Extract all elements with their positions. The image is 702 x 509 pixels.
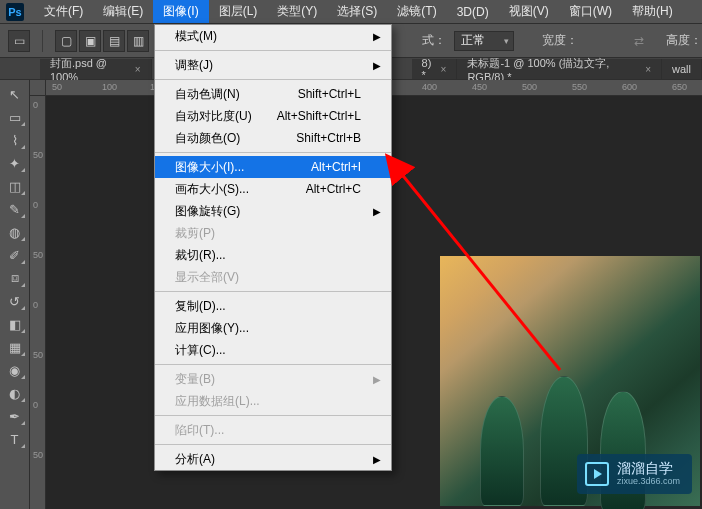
menu-edit[interactable]: 编辑(E) [93, 0, 153, 23]
menu-image-rotation[interactable]: 图像旋转(G)▶ [155, 200, 391, 222]
ruler-vertical[interactable]: 0 50 0 50 0 50 0 50 [30, 96, 46, 509]
submenu-arrow-icon: ▶ [373, 31, 381, 42]
submenu-arrow-icon: ▶ [373, 206, 381, 217]
image-menu-dropdown: 模式(M)▶ 调整(J)▶ 自动色调(N)Shift+Ctrl+L 自动对比度(… [154, 24, 392, 471]
watermark-title: 溜溜自学 [617, 461, 680, 476]
pen-tool-icon[interactable]: ✒ [4, 406, 26, 426]
menu-duplicate[interactable]: 复制(D)... [155, 295, 391, 317]
menu-trim[interactable]: 裁切(R)... [155, 244, 391, 266]
stamp-tool-icon[interactable]: ⧈ [4, 268, 26, 288]
menu-auto-color[interactable]: 自动颜色(O)Shift+Ctrl+B [155, 127, 391, 149]
menu-filter[interactable]: 滤镜(T) [387, 0, 446, 23]
tab-doc-3[interactable]: 未标题-1 @ 100% (描边文字, RGB/8) *× [457, 59, 662, 79]
watermark-url: zixue.3d66.com [617, 477, 680, 487]
watermark-badge: 溜溜自学 zixue.3d66.com [577, 454, 692, 494]
menu-help[interactable]: 帮助(H) [622, 0, 683, 23]
history-brush-tool-icon[interactable]: ↺ [4, 291, 26, 311]
mode-intersect-icon[interactable]: ▥ [127, 30, 149, 52]
mode-new-icon[interactable]: ▢ [55, 30, 77, 52]
menu-adjustments[interactable]: 调整(J)▶ [155, 54, 391, 76]
style-select[interactable]: 正常 [454, 31, 514, 51]
submenu-arrow-icon: ▶ [373, 374, 381, 385]
healing-brush-tool-icon[interactable]: ◍ [4, 222, 26, 242]
menu-calculations[interactable]: 计算(C)... [155, 339, 391, 361]
tool-preset-icon[interactable]: ▭ [8, 30, 30, 52]
ruler-corner [30, 80, 46, 96]
dodge-tool-icon[interactable]: ◐ [4, 383, 26, 403]
submenu-arrow-icon: ▶ [373, 454, 381, 465]
menu-bar: Ps 文件(F) 编辑(E) 图像(I) 图层(L) 类型(Y) 选择(S) 滤… [0, 0, 702, 24]
lasso-tool-icon[interactable]: ⌇ [4, 130, 26, 150]
mode-add-icon[interactable]: ▣ [79, 30, 101, 52]
move-tool-icon[interactable]: ↖ [4, 84, 26, 104]
eraser-tool-icon[interactable]: ◧ [4, 314, 26, 334]
brush-tool-icon[interactable]: ✐ [4, 245, 26, 265]
app-logo: Ps [6, 3, 24, 21]
menu-canvas-size[interactable]: 画布大小(S)...Alt+Ctrl+C [155, 178, 391, 200]
marquee-tool-icon[interactable]: ▭ [4, 107, 26, 127]
tab-doc-1[interactable]: 封面.psd @ 100%× [40, 59, 152, 79]
menu-variables: 变量(B)▶ [155, 368, 391, 390]
type-tool-icon[interactable]: T [4, 429, 26, 449]
close-icon[interactable]: × [645, 64, 651, 75]
menu-file[interactable]: 文件(F) [34, 0, 93, 23]
menu-auto-contrast[interactable]: 自动对比度(U)Alt+Shift+Ctrl+L [155, 105, 391, 127]
style-label: 式： [422, 32, 446, 49]
menu-apply-image[interactable]: 应用图像(Y)... [155, 317, 391, 339]
menu-analysis[interactable]: 分析(A)▶ [155, 448, 391, 470]
menu-image-size[interactable]: 图像大小(I)...Alt+Ctrl+I [155, 156, 391, 178]
blur-tool-icon[interactable]: ◉ [4, 360, 26, 380]
menu-mode[interactable]: 模式(M)▶ [155, 25, 391, 47]
menu-trap: 陷印(T)... [155, 419, 391, 441]
play-icon [585, 462, 609, 486]
menu-window[interactable]: 窗口(W) [559, 0, 622, 23]
menu-3d[interactable]: 3D(D) [447, 2, 499, 22]
tab-doc-4[interactable]: wall [662, 59, 702, 79]
close-icon[interactable]: × [441, 64, 447, 75]
mode-subtract-icon[interactable]: ▤ [103, 30, 125, 52]
menu-view[interactable]: 视图(V) [499, 0, 559, 23]
height-label: 高度： [666, 32, 702, 49]
close-icon[interactable]: × [135, 64, 141, 75]
marquee-mode-group: ▢ ▣ ▤ ▥ [55, 30, 149, 52]
menu-image[interactable]: 图像(I) [153, 0, 208, 23]
menu-apply-dataset: 应用数据组(L)... [155, 390, 391, 412]
menu-type[interactable]: 类型(Y) [267, 0, 327, 23]
menu-auto-tone[interactable]: 自动色调(N)Shift+Ctrl+L [155, 83, 391, 105]
magic-wand-tool-icon[interactable]: ✦ [4, 153, 26, 173]
width-label: 宽度： [542, 32, 578, 49]
menu-select[interactable]: 选择(S) [327, 0, 387, 23]
menu-layer[interactable]: 图层(L) [209, 0, 268, 23]
submenu-arrow-icon: ▶ [373, 60, 381, 71]
eyedropper-tool-icon[interactable]: ✎ [4, 199, 26, 219]
gradient-tool-icon[interactable]: ▦ [4, 337, 26, 357]
tab-doc-2[interactable]: 8) *× [412, 59, 458, 79]
crop-tool-icon[interactable]: ◫ [4, 176, 26, 196]
menu-reveal-all: 显示全部(V) [155, 266, 391, 288]
menu-crop: 裁剪(P) [155, 222, 391, 244]
tool-panel: ↖ ▭ ⌇ ✦ ◫ ✎ ◍ ✐ ⧈ ↺ ◧ ▦ ◉ ◐ ✒ T [0, 80, 30, 509]
